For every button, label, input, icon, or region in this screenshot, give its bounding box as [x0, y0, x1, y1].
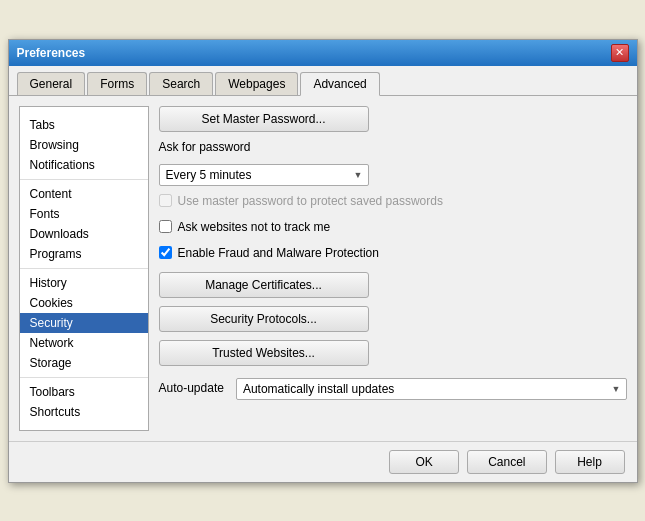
auto-update-row: Auto-update Automatically install update…	[159, 378, 627, 400]
title-bar: Preferences ✕	[9, 40, 637, 66]
sidebar-item-downloads[interactable]: Downloads	[20, 224, 148, 244]
sidebar: Tabs Browsing Notifications Content Font…	[19, 106, 149, 431]
trusted-websites-button[interactable]: Trusted Websites...	[159, 340, 369, 366]
ask-websites-checkbox[interactable]	[159, 220, 172, 233]
use-master-password-row: Use master password to protect saved pas…	[159, 194, 627, 208]
security-protocols-button[interactable]: Security Protocols...	[159, 306, 369, 332]
tab-search[interactable]: Search	[149, 72, 213, 95]
tab-webpages[interactable]: Webpages	[215, 72, 298, 95]
sidebar-item-cookies[interactable]: Cookies	[20, 293, 148, 313]
ok-button[interactable]: OK	[389, 450, 459, 474]
sidebar-item-content[interactable]: Content	[20, 184, 148, 204]
sidebar-item-network[interactable]: Network	[20, 333, 148, 353]
ask-for-password-label: Ask for password	[159, 140, 627, 154]
sidebar-item-history[interactable]: History	[20, 273, 148, 293]
sidebar-group-navigation: Tabs Browsing Notifications	[20, 111, 148, 180]
help-button[interactable]: Help	[555, 450, 625, 474]
auto-update-label: Auto-update	[159, 381, 224, 395]
manage-certificates-button[interactable]: Manage Certificates...	[159, 272, 369, 298]
preferences-window: Preferences ✕ General Forms Search Webpa…	[8, 39, 638, 483]
password-interval-select[interactable]: Every 5 minutes Every 10 minutes Every 1…	[159, 164, 369, 186]
auto-update-select-wrapper: Automatically install updates Check but …	[236, 378, 627, 400]
main-panel: Set Master Password... Ask for password …	[159, 106, 627, 431]
sidebar-item-shortcuts[interactable]: Shortcuts	[20, 402, 148, 422]
enable-fraud-checkbox[interactable]	[159, 246, 172, 259]
sidebar-group-content: Content Fonts Downloads Programs	[20, 180, 148, 269]
enable-fraud-row: Enable Fraud and Malware Protection	[159, 246, 627, 260]
sidebar-item-notifications[interactable]: Notifications	[20, 155, 148, 175]
sidebar-item-programs[interactable]: Programs	[20, 244, 148, 264]
tabs-bar: General Forms Search Webpages Advanced	[9, 66, 637, 96]
window-title: Preferences	[17, 46, 86, 60]
sidebar-item-security[interactable]: Security	[20, 313, 148, 333]
ask-websites-label: Ask websites not to track me	[178, 220, 331, 234]
tab-advanced[interactable]: Advanced	[300, 72, 379, 96]
sidebar-item-toolbars[interactable]: Toolbars	[20, 382, 148, 402]
use-master-password-checkbox[interactable]	[159, 194, 172, 207]
auto-update-select[interactable]: Automatically install updates Check but …	[236, 378, 627, 400]
use-master-password-label: Use master password to protect saved pas…	[178, 194, 443, 208]
enable-fraud-label: Enable Fraud and Malware Protection	[178, 246, 379, 260]
content-area: Tabs Browsing Notifications Content Font…	[9, 96, 637, 441]
set-master-password-button[interactable]: Set Master Password...	[159, 106, 369, 132]
cancel-button[interactable]: Cancel	[467, 450, 546, 474]
ask-websites-row: Ask websites not to track me	[159, 220, 627, 234]
sidebar-item-fonts[interactable]: Fonts	[20, 204, 148, 224]
password-interval-wrapper: Every 5 minutes Every 10 minutes Every 1…	[159, 164, 369, 186]
sidebar-item-tabs[interactable]: Tabs	[20, 115, 148, 135]
footer-bar: OK Cancel Help	[9, 441, 637, 482]
close-button[interactable]: ✕	[611, 44, 629, 62]
sidebar-group-ui: Toolbars Shortcuts	[20, 378, 148, 426]
tab-forms[interactable]: Forms	[87, 72, 147, 95]
sidebar-item-browsing[interactable]: Browsing	[20, 135, 148, 155]
sidebar-item-storage[interactable]: Storage	[20, 353, 148, 373]
sidebar-group-privacy: History Cookies Security Network Storage	[20, 269, 148, 378]
tab-general[interactable]: General	[17, 72, 86, 95]
